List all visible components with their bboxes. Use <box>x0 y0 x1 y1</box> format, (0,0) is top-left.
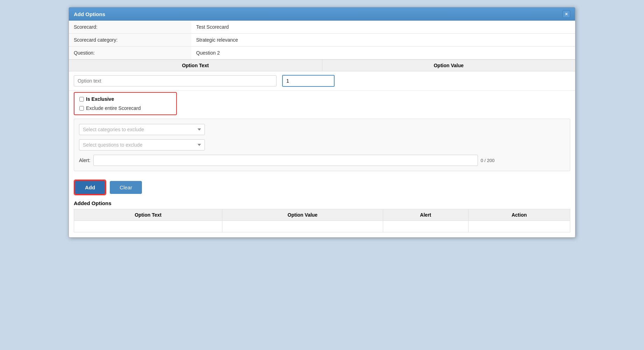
categories-select[interactable]: Select categories to exclude <box>79 124 205 135</box>
options-header: Option Text Option Value <box>69 59 575 71</box>
add-button[interactable]: Add <box>74 180 106 195</box>
option-text-input[interactable] <box>74 75 277 86</box>
col-option-text: Option Text <box>74 209 222 221</box>
option-value-header: Option Value <box>322 60 575 71</box>
modal-close-button[interactable]: × <box>563 10 570 18</box>
questions-select[interactable]: Select questions to exclude <box>79 139 205 150</box>
modal-header: Add Options × <box>69 7 575 21</box>
added-options-table: Option Text Option Value Alert Action <box>74 209 570 232</box>
exclude-scorecard-checkbox[interactable] <box>79 106 84 111</box>
questions-dropdown-row: Select questions to exclude <box>79 139 565 150</box>
added-options-section: Added Options Option Text Option Value A… <box>69 200 575 237</box>
is-exclusive-checkbox[interactable] <box>79 97 84 102</box>
col-alert: Alert <box>383 209 468 221</box>
modal-title: Add Options <box>74 11 105 17</box>
added-options-title: Added Options <box>74 200 570 206</box>
category-value: Strategic relevance <box>191 34 575 47</box>
alert-count: 0 / 200 <box>481 158 495 163</box>
alert-label: Alert: <box>79 158 91 163</box>
option-value-input[interactable] <box>282 75 335 87</box>
col-option-value: Option Value <box>222 209 383 221</box>
category-row: Scorecard category: Strategic relevance <box>69 34 575 47</box>
action-buttons-row: Add Clear <box>69 175 575 200</box>
option-text-header: Option Text <box>69 60 322 71</box>
categories-dropdown-row: Select categories to exclude <box>79 124 565 135</box>
info-table: Scorecard: Test Scorecard Scorecard cate… <box>69 21 575 59</box>
scorecard-label: Scorecard: <box>69 21 191 34</box>
clear-button[interactable]: Clear <box>110 181 142 194</box>
scorecard-value: Test Scorecard <box>191 21 575 34</box>
empty-row <box>74 221 570 232</box>
add-options-modal: Add Options × Scorecard: Test Scorecard … <box>69 7 575 238</box>
add-button-highlight: Add <box>74 180 106 195</box>
added-options-header-row: Option Text Option Value Alert Action <box>74 209 570 221</box>
category-label: Scorecard category: <box>69 34 191 47</box>
is-exclusive-label[interactable]: Is Exclusive <box>79 96 171 102</box>
alert-input[interactable] <box>93 155 478 166</box>
alert-row: Alert: 0 / 200 <box>79 155 565 166</box>
question-value: Question 2 <box>191 47 575 59</box>
exclusion-section: Select categories to exclude Select ques… <box>74 119 570 171</box>
scorecard-row: Scorecard: Test Scorecard <box>69 21 575 34</box>
question-label: Question: <box>69 47 191 59</box>
exclude-scorecard-label[interactable]: Exclude entire Scorecard <box>79 105 171 111</box>
option-input-row <box>69 71 575 91</box>
question-row: Question: Question 2 <box>69 47 575 59</box>
col-action: Action <box>468 209 570 221</box>
is-exclusive-section: Is Exclusive Exclude entire Scorecard <box>74 92 177 115</box>
